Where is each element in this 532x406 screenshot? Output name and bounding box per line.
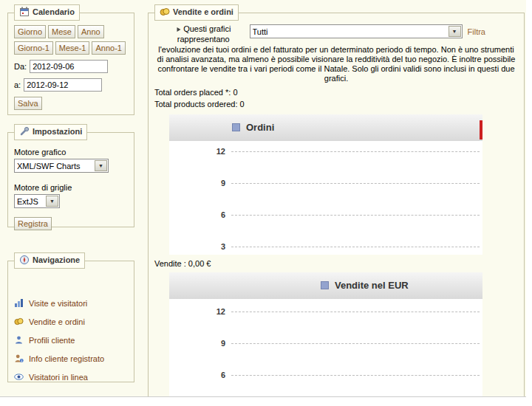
y-tick: 6	[205, 210, 225, 219]
registered-customer-info-icon	[14, 354, 24, 365]
day-minus-button[interactable]: Giorno-1	[14, 41, 53, 55]
calendar-panel: Calendario Giorno Mese Anno Giorno-1 Mes…	[7, 4, 134, 115]
save-button[interactable]: Salva	[14, 97, 42, 110]
grid-engine-label: Motore di griglie	[14, 183, 128, 192]
gridline	[231, 312, 480, 312]
date-to-label: a:	[14, 80, 21, 89]
sales-total-text: Vendite : 0,00 €	[154, 259, 518, 268]
filter-button[interactable]: Filtra	[468, 27, 485, 36]
gridline	[231, 215, 480, 216]
online-visitors-icon	[14, 372, 24, 383]
nav-link-online-visitors[interactable]: Visitatori in linea	[29, 373, 88, 382]
bullet-arrow-icon	[176, 25, 182, 35]
total-products-text: Total products ordered: 0	[154, 100, 518, 109]
sales-chart: Vendite nel EUR 12 9 6 3	[169, 272, 482, 397]
compass-icon	[19, 255, 30, 266]
sales-orders-legend: Vendite e ordini	[154, 4, 239, 21]
sales-orders-panel: Vendite e ordini Tutti Filtra Questi gra…	[148, 4, 525, 397]
intro-lead-label: Questi grafici rappresentano	[177, 24, 231, 44]
nav-link-customer-profiles[interactable]: Profili cliente	[29, 336, 75, 345]
y-tick: 3	[205, 242, 225, 251]
settings-panel: Impostazioni Motore grafico XML/SWF Char…	[7, 124, 134, 227]
sales-chart-title-label: Vendite nel EUR	[335, 280, 409, 291]
sales-chart-title: Vendite nel EUR	[321, 280, 409, 291]
grid-engine-select[interactable]: ExtJS	[15, 195, 59, 207]
page-content: Calendario Giorno Mese Anno Giorno-1 Mes…	[0, 0, 526, 397]
visits-stats-icon	[14, 298, 24, 309]
gridline	[231, 375, 480, 376]
navigation-panel: Navigazione Visite e visitatori Vendite …	[7, 252, 134, 382]
y-tick: 9	[205, 339, 225, 348]
year-button[interactable]: Anno	[78, 25, 104, 38]
filter-row: Tutti Filtra	[250, 24, 485, 38]
coins-icon	[14, 317, 24, 328]
sales-legend-swatch-icon	[321, 281, 329, 289]
calendar-icon	[19, 7, 30, 18]
graph-engine-select[interactable]: XML/SWF Charts	[15, 159, 108, 172]
settings-icon	[19, 126, 30, 138]
navigation-legend-label: Navigazione	[33, 255, 80, 264]
day-button[interactable]: Giorno	[14, 25, 46, 38]
customer-profile-icon	[14, 335, 24, 346]
y-tick: 12	[205, 147, 225, 156]
y-tick: 9	[205, 179, 225, 187]
graph-engine-select-wrap: XML/SWF Charts	[14, 159, 109, 173]
intro-body-text: l'evoluzione dei tuoi ordini e del fattu…	[154, 45, 518, 83]
settings-legend-label: Impostazioni	[33, 127, 82, 136]
filter-select-wrap: Tutti	[250, 24, 463, 38]
filter-select[interactable]: Tutti	[250, 25, 462, 38]
money-icon	[160, 7, 170, 18]
orders-chart-plot: 12 9 6 3	[169, 141, 482, 255]
stats-nav-list: Visite e visitatori Vendite e ordini Pro…	[14, 298, 128, 382]
calendar-legend-label: Calendario	[33, 7, 75, 16]
orders-chart-title: Ordini	[232, 122, 274, 133]
orders-chart-title-label: Ordini	[246, 122, 274, 133]
grid-engine-select-wrap: ExtJS	[14, 194, 60, 208]
sales-chart-plot: 12 9 6 3	[169, 299, 482, 397]
nav-item-visits: Visite e visitatori	[14, 298, 128, 309]
nav-item-customer-profiles: Profili cliente	[14, 335, 128, 345]
red-marker	[480, 120, 482, 140]
total-orders-text: Total orders placed *: 0	[154, 88, 518, 97]
month-minus-button[interactable]: Mese-1	[55, 41, 90, 55]
gridline	[231, 343, 480, 344]
date-to-input[interactable]	[24, 78, 102, 92]
y-tick: 12	[205, 307, 225, 316]
sales-chart-legend-band: Vendite nel EUR	[169, 272, 482, 299]
orders-legend-swatch-icon	[232, 123, 240, 131]
nav-item-sales-orders: Vendite e ordini	[14, 317, 128, 327]
sales-orders-legend-label: Vendite e ordini	[173, 7, 233, 16]
settings-legend: Impostazioni	[14, 124, 87, 140]
nav-link-visits[interactable]: Visite e visitatori	[29, 299, 87, 308]
navigation-legend: Navigazione	[14, 252, 85, 269]
nav-link-sales-orders[interactable]: Vendite e ordini	[29, 317, 85, 326]
intro-lead-text: Questi grafici rappresentano	[157, 24, 255, 44]
gridline	[231, 183, 480, 184]
graph-engine-label: Motore grafico	[14, 148, 128, 156]
month-button[interactable]: Mese	[48, 25, 75, 38]
year-minus-button[interactable]: Anno-1	[92, 41, 125, 55]
register-button[interactable]: Registra	[14, 217, 52, 230]
nav-item-online-visitors: Visitatori in linea	[14, 372, 128, 382]
orders-chart: Ordini 12 9 6 3	[169, 114, 482, 255]
calendar-legend: Calendario	[14, 4, 80, 21]
gridline	[231, 247, 480, 247]
date-from-input[interactable]	[30, 60, 108, 73]
y-tick: 6	[205, 371, 225, 379]
nav-item-registered-customer-info: Info cliente registrato	[14, 354, 128, 364]
orders-chart-legend-band: Ordini	[169, 114, 482, 141]
date-from-label: Da:	[14, 62, 27, 71]
nav-link-registered-customer-info[interactable]: Info cliente registrato	[29, 354, 104, 363]
gridline	[231, 151, 480, 152]
